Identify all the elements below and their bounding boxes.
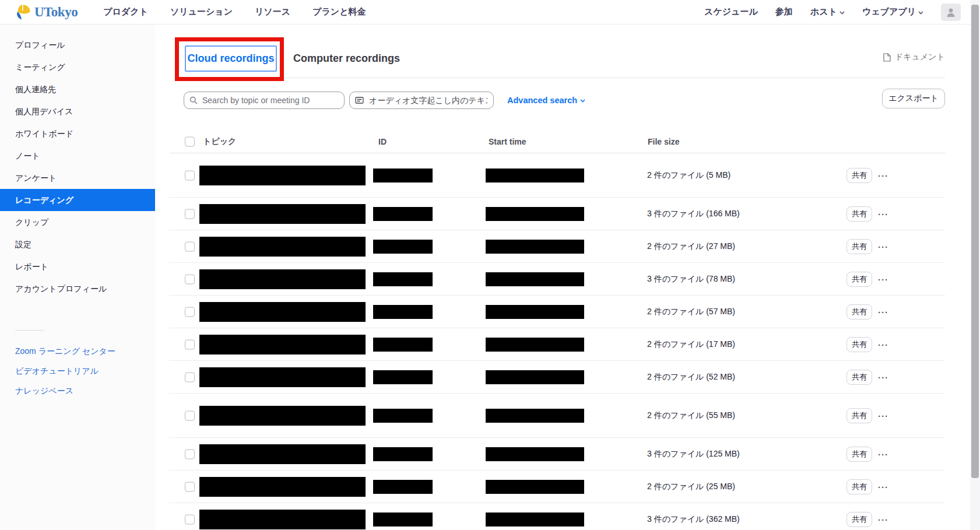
- redacted-topic[interactable]: [199, 367, 366, 387]
- select-all-checkbox[interactable]: [185, 137, 195, 147]
- nav-item-1[interactable]: ソリューション: [170, 6, 233, 17]
- row-checkbox[interactable]: [185, 372, 195, 382]
- more-options-icon[interactable]: ···: [878, 449, 888, 459]
- redacted-topic[interactable]: [199, 166, 366, 185]
- column-header-topic: トピック: [203, 136, 236, 147]
- sidebar-item-1[interactable]: ミーティング: [0, 56, 155, 78]
- more-options-icon[interactable]: ···: [878, 482, 888, 492]
- chevron-down-icon: [918, 11, 923, 15]
- redacted-topic[interactable]: [199, 302, 366, 322]
- redacted-topic[interactable]: [199, 335, 366, 354]
- redacted-meeting-id: [373, 480, 433, 494]
- row-checkbox[interactable]: [185, 241, 195, 251]
- table-row: 3 件のファイル (166 MB) 共有 ···: [169, 198, 945, 230]
- share-button[interactable]: 共有: [846, 304, 872, 320]
- column-header-start-time: Start time: [489, 137, 526, 146]
- more-options-icon[interactable]: ···: [878, 209, 888, 219]
- sidebar-item-5[interactable]: ノート: [0, 145, 155, 167]
- redacted-topic[interactable]: [199, 406, 366, 426]
- share-button[interactable]: 共有: [846, 168, 872, 183]
- export-button[interactable]: エクスポート: [882, 89, 945, 108]
- more-options-icon[interactable]: ···: [878, 274, 888, 284]
- redacted-topic[interactable]: [199, 204, 366, 224]
- search-transcript-input[interactable]: [349, 92, 494, 109]
- table-row: 2 件のファイル (5 MB) 共有 ···: [169, 153, 945, 198]
- redacted-topic[interactable]: [199, 237, 366, 257]
- page-scrollbar[interactable]: [970, 0, 980, 530]
- row-checkbox[interactable]: [185, 209, 195, 219]
- row-checkbox[interactable]: [185, 170, 195, 180]
- sidebar-item-11[interactable]: アカウントプロフィール: [0, 278, 155, 300]
- more-options-icon[interactable]: ···: [878, 339, 888, 349]
- redacted-meeting-id: [373, 207, 433, 221]
- more-options-icon[interactable]: ···: [878, 307, 888, 317]
- row-checkbox[interactable]: [185, 410, 195, 420]
- share-button[interactable]: 共有: [846, 239, 872, 254]
- documentation-link[interactable]: ドキュメント: [883, 52, 945, 62]
- nav-item-3[interactable]: プランと料金: [312, 6, 366, 17]
- file-size-text: 2 件のファイル (27 MB): [647, 241, 735, 252]
- share-button[interactable]: 共有: [846, 370, 872, 385]
- sidebar-item-10[interactable]: レポート: [0, 255, 155, 278]
- share-button[interactable]: 共有: [846, 206, 872, 222]
- navbar-right-item-3[interactable]: ウェブアプリ: [862, 6, 923, 17]
- avatar[interactable]: [941, 3, 961, 21]
- share-button[interactable]: 共有: [846, 408, 872, 423]
- share-button[interactable]: 共有: [846, 512, 872, 527]
- more-options-icon[interactable]: ···: [878, 410, 888, 420]
- navbar-right-item-0[interactable]: スケジュール: [704, 6, 758, 17]
- sidebar-link-1[interactable]: ビデオチュートリアル: [0, 361, 155, 381]
- nav-item-0[interactable]: プロダクト: [103, 6, 148, 17]
- scrollbar-thumb[interactable]: [971, 5, 979, 478]
- more-options-icon[interactable]: ···: [878, 170, 888, 180]
- redacted-meeting-id: [373, 305, 433, 319]
- more-options-icon[interactable]: ···: [878, 514, 888, 524]
- sidebar-item-3[interactable]: 個人用デバイス: [0, 100, 155, 122]
- file-size-text: 3 件のファイル (362 MB): [647, 514, 740, 525]
- redacted-meeting-id: [373, 338, 433, 352]
- nav-item-2[interactable]: リソース: [255, 6, 290, 17]
- tab-computer-recordings[interactable]: Computer recordings: [293, 45, 400, 72]
- redacted-topic[interactable]: [199, 510, 366, 529]
- redacted-topic[interactable]: [199, 269, 366, 289]
- more-options-icon[interactable]: ···: [878, 241, 888, 251]
- sidebar-link-2[interactable]: ナレッジベース: [0, 381, 155, 401]
- main-menu: プロダクトソリューションリソースプランと料金: [103, 6, 366, 17]
- file-size-text: 2 件のファイル (55 MB): [647, 410, 735, 421]
- navbar-right-item-1[interactable]: 参加: [775, 6, 793, 17]
- utokyo-logo[interactable]: UTokyo: [14, 3, 78, 20]
- sidebar-item-8[interactable]: クリップ: [0, 211, 155, 233]
- row-checkbox[interactable]: [185, 449, 195, 459]
- sidebar-item-7[interactable]: レコーディング: [0, 189, 155, 211]
- row-checkbox[interactable]: [185, 307, 195, 317]
- search-transcript-wrap: [349, 92, 494, 109]
- share-button[interactable]: 共有: [846, 447, 872, 462]
- file-size-text: 2 件のファイル (57 MB): [647, 307, 735, 317]
- sidebar-link-0[interactable]: Zoom ラーニング センター: [0, 341, 155, 361]
- redacted-topic[interactable]: [199, 444, 366, 464]
- row-checkbox[interactable]: [185, 339, 195, 349]
- row-checkbox[interactable]: [185, 514, 195, 524]
- file-size-text: 2 件のファイル (25 MB): [647, 482, 735, 492]
- share-button[interactable]: 共有: [846, 479, 872, 494]
- sidebar-item-0[interactable]: プロフィール: [0, 34, 155, 56]
- navbar-right-label: 参加: [775, 6, 793, 17]
- share-button[interactable]: 共有: [846, 337, 872, 352]
- sidebar-item-2[interactable]: 個人連絡先: [0, 78, 155, 100]
- sidebar-item-9[interactable]: 設定: [0, 233, 155, 255]
- sidebar-item-4[interactable]: ホワイトボード: [0, 122, 155, 145]
- column-header-file-size: File size: [648, 137, 679, 146]
- advanced-search-link[interactable]: Advanced search: [507, 92, 585, 109]
- redacted-start-time: [486, 338, 584, 352]
- sidebar-item-6[interactable]: アンケート: [0, 167, 155, 189]
- search-topic-input[interactable]: [184, 92, 345, 109]
- redacted-start-time: [486, 480, 584, 494]
- row-checkbox[interactable]: [185, 274, 195, 284]
- tab-cloud-recordings[interactable]: Cloud recordings: [185, 45, 277, 72]
- row-checkbox[interactable]: [185, 482, 195, 492]
- more-options-icon[interactable]: ···: [878, 372, 888, 382]
- share-button[interactable]: 共有: [846, 272, 872, 287]
- navbar-right-item-2[interactable]: ホスト: [810, 6, 845, 17]
- recordings-page: Cloud recordings Computer recordings ドキュ…: [155, 24, 970, 530]
- redacted-topic[interactable]: [199, 477, 366, 497]
